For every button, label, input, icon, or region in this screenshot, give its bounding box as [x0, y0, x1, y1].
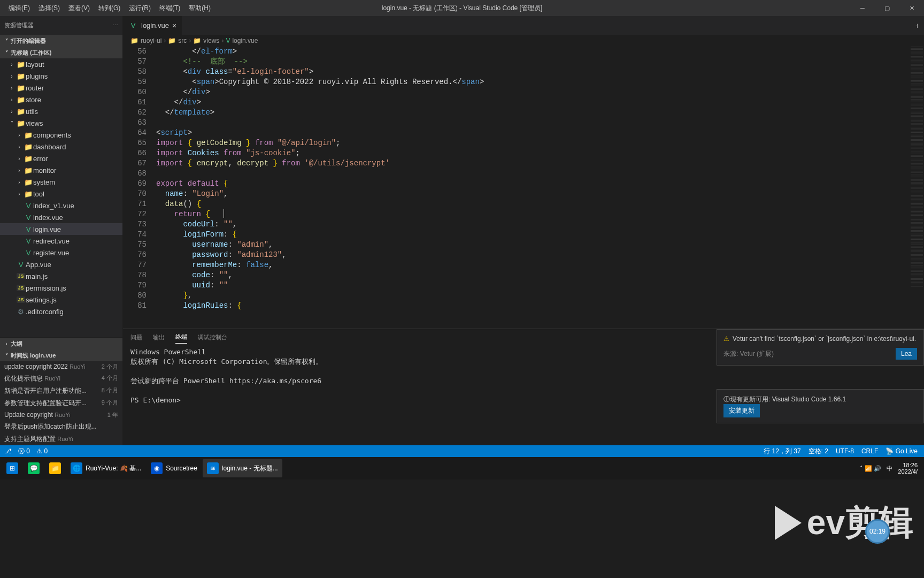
vue-icon: V — [24, 202, 33, 210]
file-item[interactable]: Vindex_v1.vue — [0, 200, 122, 211]
timeline-item[interactable]: 参数管理支持配置验证码开... 9 个月 — [0, 397, 122, 409]
notification-vetur: ⚠Vetur can't find `tsconfig.json` or `js… — [717, 329, 924, 366]
eol[interactable]: CRLF — [861, 447, 878, 455]
folder-item[interactable]: ›📁system — [0, 176, 122, 188]
folder-item[interactable]: ˅📁views — [0, 117, 122, 129]
folder-item[interactable]: ›📁monitor — [0, 164, 122, 176]
folder-icon: 📁 — [130, 37, 138, 44]
panel-tab[interactable]: 输出 — [153, 331, 165, 344]
go-live[interactable]: 📡 Go Live — [886, 447, 918, 455]
breadcrumb-part[interactable]: login.vue — [232, 37, 258, 44]
timeline-item[interactable]: 新增是否开启用户注册功能... 8 个月 — [0, 385, 122, 397]
breadcrumb-part[interactable]: views — [203, 37, 219, 44]
split-editor-icon[interactable]: ⫞ — [915, 21, 919, 29]
taskbar-item[interactable]: ≋login.vue - 无标题... — [203, 459, 282, 477]
menu-item[interactable]: 帮助(H) — [184, 2, 215, 15]
warnings-indicator[interactable]: ⚠ 0 — [36, 447, 48, 455]
menu-item[interactable]: 选择(S) — [34, 2, 64, 15]
file-item[interactable]: Vredirect.vue — [0, 235, 122, 247]
folder-item[interactable]: ›📁components — [0, 129, 122, 141]
breadcrumb-part[interactable]: ruoyi-ui — [141, 37, 161, 44]
workspace-header[interactable]: ˅无标题 (工作区) — [0, 47, 122, 58]
panel-tab[interactable]: 调试控制台 — [198, 331, 227, 344]
taskbar-item[interactable]: 📁 — [45, 459, 65, 477]
more-icon[interactable]: ⋯ — [112, 22, 118, 29]
outline-header[interactable]: ›大纲 — [0, 338, 122, 349]
taskbar-item[interactable]: 💬 — [24, 459, 44, 477]
tree-label: system — [33, 178, 55, 186]
folder-item[interactable]: ›📁dashboard — [0, 141, 122, 153]
panel-tab[interactable]: 终端 — [175, 331, 187, 344]
file-item[interactable]: Vregister.vue — [0, 247, 122, 258]
menu-item[interactable]: 查看(V) — [64, 2, 94, 15]
notification-text: Vetur can't find `tsconfig.json` or `jsc… — [733, 335, 916, 343]
minimap[interactable] — [909, 47, 924, 329]
open-editors-header[interactable]: ˅打开的编辑器 — [0, 35, 122, 47]
timeline-item[interactable]: 登录后push添加catch防止出现... — [0, 421, 122, 433]
folder-item[interactable]: ›📁error — [0, 153, 122, 164]
bottom-panel: 问题输出终端调试控制台 Windows PowerShell版权所有 (C) M… — [123, 329, 924, 445]
menu-item[interactable]: 编辑(E) — [4, 2, 34, 15]
notification-action-button[interactable]: Lea — [896, 348, 917, 360]
file-item[interactable]: ⚙.editorconfig — [0, 306, 122, 317]
file-item[interactable]: JSsettings.js — [0, 294, 122, 306]
tree-label: tool — [33, 190, 44, 198]
folder-item[interactable]: ›📁store — [0, 94, 122, 105]
remote-indicator[interactable]: ⎇ — [4, 447, 12, 455]
taskbar-item[interactable]: 🌐RuoYi-Vue: 🍂 基... — [66, 459, 145, 477]
explorer-icon: 📁 — [49, 462, 61, 474]
ime-indicator[interactable]: 中 — [887, 465, 892, 473]
timeline-item[interactable]: 支持主题风格配置 RuoYi — [0, 433, 122, 445]
folder-item[interactable]: ›📁layout — [0, 58, 122, 70]
timeline-item[interactable]: update copyright 2022 RuoYi2 个月 — [0, 361, 122, 372]
errors-indicator[interactable]: ⓧ 0 — [18, 447, 30, 456]
vue-icon: V — [24, 225, 33, 233]
tray-icons[interactable]: ˄ 📶 🔊 — [860, 465, 881, 472]
menu-item[interactable]: 转到(G) — [94, 2, 125, 15]
close-button[interactable]: ✕ — [899, 0, 924, 16]
timeline-header[interactable]: ˅时间线 login.vue — [0, 349, 122, 361]
taskbar-item[interactable]: ⊞ — [2, 459, 22, 477]
tree-label: views — [26, 119, 43, 127]
taskbar-label: login.vue - 无标题... — [222, 464, 278, 473]
folder-item[interactable]: ›📁plugins — [0, 70, 122, 82]
chevron-icon: › — [15, 191, 24, 197]
timeline-item[interactable]: 优化提示信息 RuoYi4 个月 — [0, 372, 122, 385]
notification-update: ⓘ现有更新可用: Visual Studio Code 1.66.1 安装更新 — [717, 389, 924, 423]
system-tray[interactable]: ˄ 📶 🔊 中 18:26 2022/4/ — [860, 462, 922, 475]
vscode-icon: ≋ — [207, 462, 219, 474]
encoding[interactable]: UTF-8 — [836, 447, 854, 455]
code-editor[interactable]: 5657585960616263646566676869707172737475… — [123, 47, 924, 329]
chevron-icon: › — [15, 168, 24, 173]
timeline-item[interactable]: Update copyright RuoYi1 年 — [0, 409, 122, 421]
file-item[interactable]: Vlogin.vue — [0, 223, 122, 235]
js-icon: JS — [16, 273, 26, 279]
panel-tab[interactable]: 问题 — [130, 331, 142, 344]
maximize-button[interactable]: ▢ — [875, 0, 899, 16]
taskbar-item[interactable]: ◉Sourcetree — [147, 459, 202, 477]
indentation[interactable]: 空格: 2 — [808, 447, 828, 456]
install-update-button[interactable]: 安装更新 — [723, 404, 760, 417]
menu-item[interactable]: 终端(T) — [155, 2, 184, 15]
folder-item[interactable]: ›📁router — [0, 82, 122, 94]
folder-item[interactable]: ›📁utils — [0, 105, 122, 117]
start-icon: ⊞ — [6, 462, 18, 474]
tree-label: App.vue — [26, 261, 51, 269]
folder-icon: 📁 — [24, 178, 33, 186]
folder-item[interactable]: ›📁tool — [0, 188, 122, 200]
cursor-position[interactable]: 行 12，列 37 — [764, 447, 800, 456]
file-item[interactable]: Vindex.vue — [0, 211, 122, 223]
folder-icon: 📁 — [16, 96, 26, 104]
chevron-icon: › — [15, 156, 24, 162]
chevron-icon: ˅ — [7, 120, 16, 126]
file-item[interactable]: VApp.vue — [0, 258, 122, 270]
file-item[interactable]: JSpermission.js — [0, 282, 122, 294]
menu-item[interactable]: 运行(R) — [125, 2, 155, 15]
close-icon[interactable]: × — [172, 21, 176, 30]
minimize-button[interactable]: ─ — [850, 0, 875, 16]
breadcrumb[interactable]: 📁 ruoyi-ui›📁 src›📁 views›V login.vue — [123, 35, 924, 47]
breadcrumb-part[interactable]: src — [178, 37, 187, 44]
tree-label: main.js — [26, 272, 48, 280]
file-item[interactable]: JSmain.js — [0, 270, 122, 282]
tab-login-vue[interactable]: V login.vue × — [123, 16, 182, 35]
